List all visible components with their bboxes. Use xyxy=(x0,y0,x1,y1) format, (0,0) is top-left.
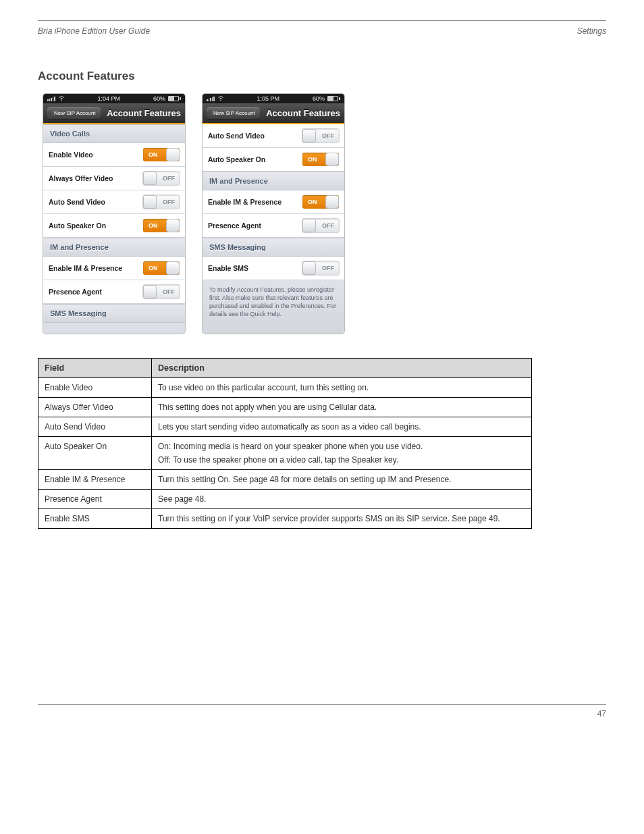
toggle-knob xyxy=(144,172,156,184)
toggle-off[interactable]: OFF xyxy=(143,195,180,209)
toggle-label: ON xyxy=(308,156,317,163)
table-cell-desc: To use video on this particular account,… xyxy=(152,377,532,397)
toggle-on[interactable]: ON xyxy=(302,153,339,166)
table-row: Auto Speaker OnOn: Incoming media is hea… xyxy=(38,436,532,469)
setting-row: Enable VideoON xyxy=(43,143,185,167)
nav-title: Account Features xyxy=(264,108,340,118)
setting-row: Enable IM & PresenceON xyxy=(203,190,344,214)
toggle-label: OFF xyxy=(322,222,334,229)
table-cell-field: Presence Agent xyxy=(38,489,152,509)
section-title: Account Features xyxy=(38,70,606,83)
setting-label: Always Offer Video xyxy=(49,174,113,182)
signal-icon xyxy=(47,96,55,101)
table-row: Enable IM & PresenceTurn this setting On… xyxy=(38,469,532,489)
toggle-on[interactable]: ON xyxy=(143,219,180,232)
battery-icon xyxy=(168,96,181,101)
battery-pct: 60% xyxy=(313,95,325,102)
toggle-label: OFF xyxy=(163,199,175,205)
toggle-label: OFF xyxy=(322,132,334,139)
toggle-label: OFF xyxy=(322,265,334,271)
screenshot-left: 1:04 PM 60% New SIP Account Account Feat… xyxy=(43,94,185,334)
toggle-knob xyxy=(167,262,179,274)
toggle-on[interactable]: ON xyxy=(143,148,180,161)
back-button[interactable]: New SIP Account xyxy=(47,107,101,119)
toggle-knob xyxy=(167,149,179,161)
setting-row: Auto Send VideoOFF xyxy=(203,124,344,148)
setting-label: Enable SMS xyxy=(208,264,248,272)
toggle-label: ON xyxy=(149,151,158,158)
table-header-field: Field xyxy=(38,358,152,377)
status-time: 1:04 PM xyxy=(97,95,120,102)
setting-label: Presence Agent xyxy=(49,288,102,296)
toggle-knob xyxy=(303,130,315,142)
toggle-off[interactable]: OFF xyxy=(302,219,339,232)
toggle-knob xyxy=(144,286,156,298)
battery-icon xyxy=(327,96,340,101)
nav-bar: New SIP Account Account Features xyxy=(203,103,344,124)
table-cell-field: Auto Send Video xyxy=(38,417,152,436)
header-left: Bria iPhone Edition User Guide xyxy=(38,26,150,36)
toggle-label: ON xyxy=(149,265,158,271)
table-row: Presence AgentSee page 48. xyxy=(38,489,532,509)
table-cell-field: Auto Speaker On xyxy=(38,436,152,469)
toggle-label: ON xyxy=(308,199,317,205)
battery-pct: 60% xyxy=(153,95,165,102)
toggle-on[interactable]: ON xyxy=(302,195,339,209)
table-cell-field: Enable SMS xyxy=(38,509,152,528)
table-cell-field: Always Offer Video xyxy=(38,397,152,417)
wifi-icon xyxy=(58,95,65,103)
toggle-knob xyxy=(144,196,156,208)
table-cell-desc: Turn this setting on if your VoIP servic… xyxy=(152,509,532,528)
toggle-knob xyxy=(303,262,315,274)
toggle-knob xyxy=(326,196,338,208)
setting-label: Auto Speaker On xyxy=(49,221,106,230)
table-cell-desc: Lets you start sending video automatical… xyxy=(152,417,532,436)
setting-label: Auto Speaker On xyxy=(208,155,265,163)
screenshot-right-body: Auto Send VideoOFFAuto Speaker OnONIM an… xyxy=(203,124,344,280)
setting-row: Enable SMSOFF xyxy=(203,257,344,280)
setting-row: Enable IM & PresenceON xyxy=(43,257,185,280)
nav-bar: New SIP Account Account Features xyxy=(43,103,185,124)
help-text: To modify Account Features, please unreg… xyxy=(203,280,344,334)
toggle-off[interactable]: OFF xyxy=(143,285,180,298)
table-row: Enable VideoTo use video on this particu… xyxy=(38,377,532,397)
toggle-label: OFF xyxy=(163,288,175,295)
section-header: SMS Messaging xyxy=(203,238,344,257)
table-header-desc: Description xyxy=(152,358,532,377)
table-row: Always Offer VideoThis setting does not … xyxy=(38,397,532,417)
setting-label: Auto Send Video xyxy=(49,198,105,206)
signal-icon xyxy=(207,96,215,101)
header-right: Settings xyxy=(577,26,606,36)
toggle-off[interactable]: OFF xyxy=(302,261,339,275)
setting-label: Enable IM & Presence xyxy=(49,264,122,272)
section-header: IM and Presence xyxy=(203,172,344,190)
nav-title: Account Features xyxy=(105,108,181,118)
toggle-off[interactable]: OFF xyxy=(143,172,180,185)
section-header: Video Calls xyxy=(43,124,185,143)
table-cell-desc: On: Incoming media is heard on your spea… xyxy=(152,436,532,469)
table-row: Enable SMSTurn this setting on if your V… xyxy=(38,509,532,528)
options-table: Field Description Enable VideoTo use vid… xyxy=(38,358,532,529)
table-cell-desc: See page 48. xyxy=(152,489,532,509)
table-cell-field: Enable IM & Presence xyxy=(38,469,152,489)
table-cell-desc: Turn this setting On. See page 48 for mo… xyxy=(152,469,532,489)
toggle-label: OFF xyxy=(163,175,175,182)
section-header: SMS Messaging xyxy=(43,304,185,323)
screenshot-right: 1:05 PM 60% New SIP Account Account Feat… xyxy=(203,94,344,334)
back-button[interactable]: New SIP Account xyxy=(207,107,260,119)
status-bar: 1:04 PM 60% xyxy=(43,94,185,103)
table-cell-desc: This setting does not apply when you are… xyxy=(152,397,532,417)
table-cell-field: Enable Video xyxy=(38,377,152,397)
toggle-knob xyxy=(326,153,338,165)
toggle-on[interactable]: ON xyxy=(143,261,180,275)
page-number: 47 xyxy=(597,709,606,719)
section-header: IM and Presence xyxy=(43,238,185,257)
setting-row: Presence AgentOFF xyxy=(203,214,344,238)
setting-row: Always Offer VideoOFF xyxy=(43,167,185,190)
toggle-knob xyxy=(303,219,315,232)
toggle-knob xyxy=(167,219,179,232)
setting-label: Auto Send Video xyxy=(208,132,265,140)
setting-row: Auto Speaker OnON xyxy=(203,148,344,172)
toggle-off[interactable]: OFF xyxy=(302,129,339,142)
screenshot-left-body: Video CallsEnable VideoONAlways Offer Vi… xyxy=(43,124,185,323)
